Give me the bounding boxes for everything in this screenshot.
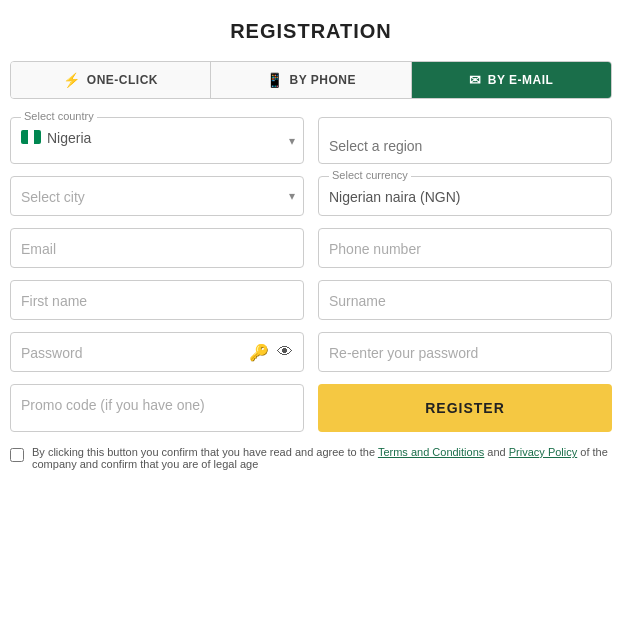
register-button[interactable]: REGISTER [318, 384, 612, 432]
privacy-link[interactable]: Privacy Policy [509, 446, 577, 458]
page-title: REGISTRATION [10, 20, 612, 43]
nigeria-flag-icon [21, 130, 41, 144]
city-field[interactable]: Select city ▾ [10, 176, 304, 216]
eye-icon[interactable]: 👁 [277, 343, 293, 361]
password-field[interactable]: 🔑 👁 [10, 332, 304, 372]
password-icons: 🔑 👁 [249, 343, 293, 362]
currency-label: Select currency [329, 169, 411, 181]
tab-by-phone-label: BY PHONE [290, 73, 356, 87]
tab-by-email-label: BY E-MAIL [488, 73, 554, 87]
phone-field[interactable] [318, 228, 612, 268]
register-button-wrapper: REGISTER [318, 384, 612, 432]
consent-checkbox[interactable] [10, 448, 24, 462]
email-input[interactable] [21, 237, 293, 259]
city-select[interactable]: Select city [21, 185, 293, 207]
region-field[interactable] [318, 117, 612, 164]
consent-row: By clicking this button you confirm that… [10, 446, 612, 470]
country-select[interactable]: Nigeria [47, 126, 293, 148]
key-icon[interactable]: 🔑 [249, 343, 269, 362]
country-label: Select country [21, 110, 97, 122]
tab-one-click-label: ONE-CLICK [87, 73, 158, 87]
lightning-icon: ⚡ [63, 72, 81, 88]
email-icon: ✉ [469, 72, 482, 88]
surname-field[interactable] [318, 280, 612, 320]
registration-form: Select country Nigeria ▾ Select city ▾ S… [10, 117, 612, 432]
tab-by-phone[interactable]: 📱 BY PHONE [211, 62, 411, 98]
firstname-field[interactable] [10, 280, 304, 320]
promo-field[interactable] [10, 384, 304, 432]
consent-text: By clicking this button you confirm that… [32, 446, 612, 470]
repassword-field[interactable] [318, 332, 612, 372]
promo-input[interactable] [21, 393, 293, 415]
tab-one-click[interactable]: ⚡ ONE-CLICK [11, 62, 211, 98]
password-input[interactable] [21, 341, 245, 363]
firstname-input[interactable] [21, 289, 293, 311]
tab-by-email[interactable]: ✉ BY E-MAIL [412, 62, 611, 98]
repassword-input[interactable] [329, 341, 601, 363]
region-input[interactable] [329, 134, 601, 154]
currency-field[interactable]: Select currency [318, 176, 612, 216]
terms-link[interactable]: Terms and Conditions [378, 446, 484, 458]
tab-bar: ⚡ ONE-CLICK 📱 BY PHONE ✉ BY E-MAIL [10, 61, 612, 99]
surname-input[interactable] [329, 289, 601, 311]
country-field[interactable]: Select country Nigeria ▾ [10, 117, 304, 164]
phone-icon: 📱 [266, 72, 284, 88]
email-field[interactable] [10, 228, 304, 268]
phone-input[interactable] [329, 237, 601, 259]
currency-input[interactable] [329, 185, 601, 207]
